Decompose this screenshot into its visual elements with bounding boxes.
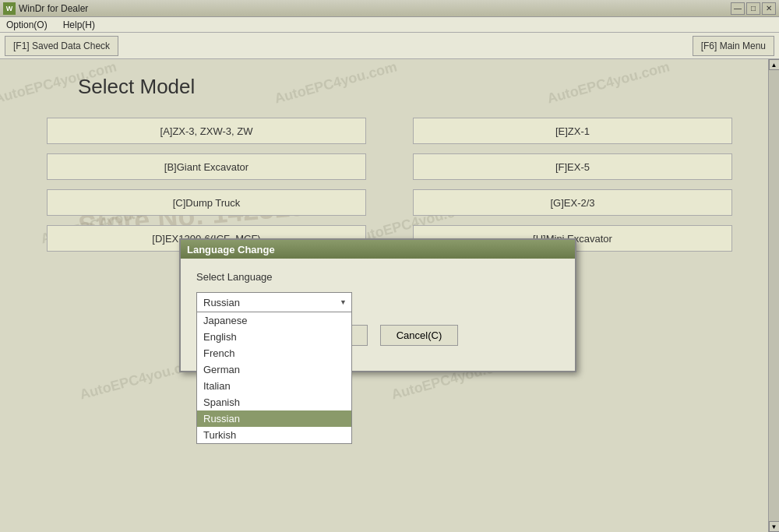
f6-main-menu-button[interactable]: [F6] Main Menu bbox=[693, 36, 774, 56]
main-content: AutoEPC4you.com AutoEPC4you.com AutoEPC4… bbox=[0, 59, 779, 532]
app-title: WinDr for Dealer bbox=[19, 3, 731, 14]
lang-french[interactable]: French bbox=[197, 345, 351, 361]
app-icon: W bbox=[3, 2, 16, 15]
lang-spanish[interactable]: Spanish bbox=[197, 394, 351, 410]
language-dropdown-list: Japanese English French German Italian S… bbox=[196, 312, 352, 444]
dialog-title: Language Change bbox=[181, 240, 575, 259]
close-button[interactable]: ✕ bbox=[762, 2, 776, 15]
menu-bar: Option(O) Help(H) bbox=[0, 17, 779, 33]
lang-english[interactable]: English bbox=[197, 329, 351, 345]
window-controls: — □ ✕ bbox=[731, 2, 776, 15]
f1-saved-data-check-button[interactable]: [F1] Saved Data Check bbox=[5, 36, 118, 56]
language-select-display[interactable]: Russian bbox=[196, 292, 352, 312]
lang-italian[interactable]: Italian bbox=[197, 378, 351, 394]
dialog-overlay: Language Change Select Language Russian … bbox=[0, 59, 779, 532]
lang-turkish[interactable]: Turkish bbox=[197, 427, 351, 443]
language-change-dialog: Language Change Select Language Russian … bbox=[179, 238, 576, 372]
maximize-button[interactable]: □ bbox=[746, 2, 760, 15]
title-bar: W WinDr for Dealer — □ ✕ bbox=[0, 0, 779, 17]
lang-german[interactable]: German bbox=[197, 361, 351, 378]
lang-japanese[interactable]: Japanese bbox=[197, 312, 351, 329]
lang-russian[interactable]: Russian bbox=[197, 410, 351, 427]
dialog-select-label: Select Language bbox=[196, 271, 559, 283]
minimize-button[interactable]: — bbox=[731, 2, 745, 15]
menu-option[interactable]: Option(O) bbox=[3, 18, 51, 32]
menu-help[interactable]: Help(H) bbox=[60, 18, 98, 32]
toolbar: [F1] Saved Data Check [F6] Main Menu bbox=[0, 33, 779, 59]
dialog-body: Select Language Russian Japanese English… bbox=[181, 259, 575, 371]
language-select-wrapper: Russian Japanese English French German I… bbox=[196, 292, 352, 312]
dialog-cancel-button[interactable]: Cancel(C) bbox=[380, 325, 459, 346]
